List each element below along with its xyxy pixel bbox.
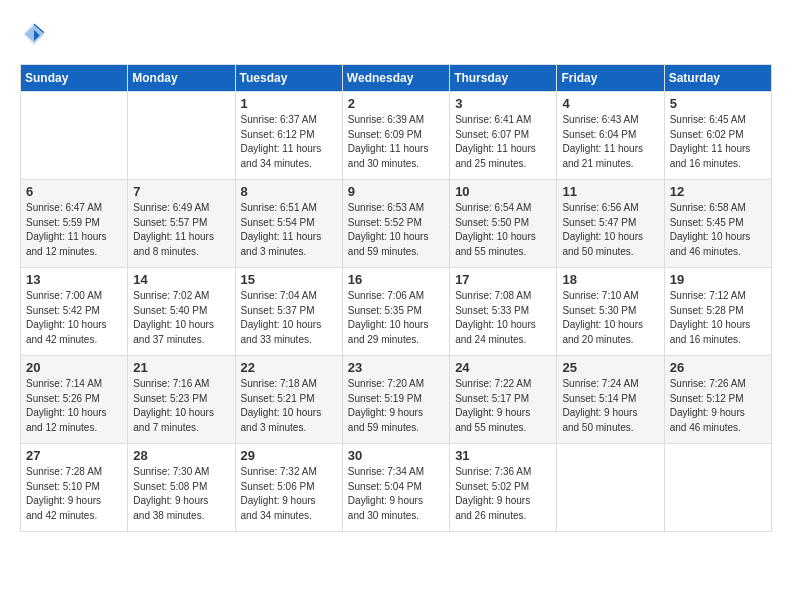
day-number: 23 xyxy=(348,360,444,375)
calendar-cell: 28Sunrise: 7:30 AM Sunset: 5:08 PM Dayli… xyxy=(128,444,235,532)
cell-content: Sunrise: 7:22 AM Sunset: 5:17 PM Dayligh… xyxy=(455,377,551,435)
day-number: 8 xyxy=(241,184,337,199)
cell-content: Sunrise: 7:36 AM Sunset: 5:02 PM Dayligh… xyxy=(455,465,551,523)
cell-content: Sunrise: 7:02 AM Sunset: 5:40 PM Dayligh… xyxy=(133,289,229,347)
cell-content: Sunrise: 6:58 AM Sunset: 5:45 PM Dayligh… xyxy=(670,201,766,259)
cell-content: Sunrise: 6:39 AM Sunset: 6:09 PM Dayligh… xyxy=(348,113,444,171)
logo-icon xyxy=(20,20,48,48)
day-number: 7 xyxy=(133,184,229,199)
page-header xyxy=(20,20,772,48)
cell-content: Sunrise: 7:28 AM Sunset: 5:10 PM Dayligh… xyxy=(26,465,122,523)
calendar-cell: 9Sunrise: 6:53 AM Sunset: 5:52 PM Daylig… xyxy=(342,180,449,268)
day-number: 5 xyxy=(670,96,766,111)
calendar-cell: 4Sunrise: 6:43 AM Sunset: 6:04 PM Daylig… xyxy=(557,92,664,180)
cell-content: Sunrise: 7:26 AM Sunset: 5:12 PM Dayligh… xyxy=(670,377,766,435)
header-day-friday: Friday xyxy=(557,65,664,92)
day-number: 9 xyxy=(348,184,444,199)
day-number: 26 xyxy=(670,360,766,375)
day-number: 17 xyxy=(455,272,551,287)
cell-content: Sunrise: 6:45 AM Sunset: 6:02 PM Dayligh… xyxy=(670,113,766,171)
calendar-cell: 24Sunrise: 7:22 AM Sunset: 5:17 PM Dayli… xyxy=(450,356,557,444)
day-number: 21 xyxy=(133,360,229,375)
cell-content: Sunrise: 7:16 AM Sunset: 5:23 PM Dayligh… xyxy=(133,377,229,435)
cell-content: Sunrise: 7:14 AM Sunset: 5:26 PM Dayligh… xyxy=(26,377,122,435)
calendar-cell: 15Sunrise: 7:04 AM Sunset: 5:37 PM Dayli… xyxy=(235,268,342,356)
week-row-1: 1Sunrise: 6:37 AM Sunset: 6:12 PM Daylig… xyxy=(21,92,772,180)
calendar-cell: 29Sunrise: 7:32 AM Sunset: 5:06 PM Dayli… xyxy=(235,444,342,532)
cell-content: Sunrise: 6:51 AM Sunset: 5:54 PM Dayligh… xyxy=(241,201,337,259)
calendar-cell: 3Sunrise: 6:41 AM Sunset: 6:07 PM Daylig… xyxy=(450,92,557,180)
day-number: 15 xyxy=(241,272,337,287)
cell-content: Sunrise: 7:34 AM Sunset: 5:04 PM Dayligh… xyxy=(348,465,444,523)
calendar-cell xyxy=(21,92,128,180)
cell-content: Sunrise: 6:41 AM Sunset: 6:07 PM Dayligh… xyxy=(455,113,551,171)
calendar-cell: 23Sunrise: 7:20 AM Sunset: 5:19 PM Dayli… xyxy=(342,356,449,444)
calendar-cell: 30Sunrise: 7:34 AM Sunset: 5:04 PM Dayli… xyxy=(342,444,449,532)
day-number: 6 xyxy=(26,184,122,199)
calendar-cell xyxy=(664,444,771,532)
cell-content: Sunrise: 7:00 AM Sunset: 5:42 PM Dayligh… xyxy=(26,289,122,347)
cell-content: Sunrise: 6:54 AM Sunset: 5:50 PM Dayligh… xyxy=(455,201,551,259)
calendar-cell: 11Sunrise: 6:56 AM Sunset: 5:47 PM Dayli… xyxy=(557,180,664,268)
day-number: 29 xyxy=(241,448,337,463)
day-number: 13 xyxy=(26,272,122,287)
header-day-monday: Monday xyxy=(128,65,235,92)
day-number: 10 xyxy=(455,184,551,199)
calendar-cell xyxy=(128,92,235,180)
day-number: 25 xyxy=(562,360,658,375)
day-number: 30 xyxy=(348,448,444,463)
calendar-cell: 20Sunrise: 7:14 AM Sunset: 5:26 PM Dayli… xyxy=(21,356,128,444)
calendar-cell: 22Sunrise: 7:18 AM Sunset: 5:21 PM Dayli… xyxy=(235,356,342,444)
day-number: 11 xyxy=(562,184,658,199)
calendar-cell: 27Sunrise: 7:28 AM Sunset: 5:10 PM Dayli… xyxy=(21,444,128,532)
calendar-cell: 2Sunrise: 6:39 AM Sunset: 6:09 PM Daylig… xyxy=(342,92,449,180)
calendar-cell: 31Sunrise: 7:36 AM Sunset: 5:02 PM Dayli… xyxy=(450,444,557,532)
calendar-cell: 19Sunrise: 7:12 AM Sunset: 5:28 PM Dayli… xyxy=(664,268,771,356)
day-number: 12 xyxy=(670,184,766,199)
week-row-4: 20Sunrise: 7:14 AM Sunset: 5:26 PM Dayli… xyxy=(21,356,772,444)
day-number: 4 xyxy=(562,96,658,111)
cell-content: Sunrise: 7:08 AM Sunset: 5:33 PM Dayligh… xyxy=(455,289,551,347)
calendar-cell: 10Sunrise: 6:54 AM Sunset: 5:50 PM Dayli… xyxy=(450,180,557,268)
calendar-cell: 26Sunrise: 7:26 AM Sunset: 5:12 PM Dayli… xyxy=(664,356,771,444)
calendar-cell: 25Sunrise: 7:24 AM Sunset: 5:14 PM Dayli… xyxy=(557,356,664,444)
cell-content: Sunrise: 7:20 AM Sunset: 5:19 PM Dayligh… xyxy=(348,377,444,435)
cell-content: Sunrise: 6:47 AM Sunset: 5:59 PM Dayligh… xyxy=(26,201,122,259)
cell-content: Sunrise: 6:43 AM Sunset: 6:04 PM Dayligh… xyxy=(562,113,658,171)
cell-content: Sunrise: 6:37 AM Sunset: 6:12 PM Dayligh… xyxy=(241,113,337,171)
cell-content: Sunrise: 7:32 AM Sunset: 5:06 PM Dayligh… xyxy=(241,465,337,523)
calendar-cell: 17Sunrise: 7:08 AM Sunset: 5:33 PM Dayli… xyxy=(450,268,557,356)
day-number: 31 xyxy=(455,448,551,463)
header-row: SundayMondayTuesdayWednesdayThursdayFrid… xyxy=(21,65,772,92)
header-day-sunday: Sunday xyxy=(21,65,128,92)
cell-content: Sunrise: 6:49 AM Sunset: 5:57 PM Dayligh… xyxy=(133,201,229,259)
calendar-cell: 18Sunrise: 7:10 AM Sunset: 5:30 PM Dayli… xyxy=(557,268,664,356)
cell-content: Sunrise: 7:18 AM Sunset: 5:21 PM Dayligh… xyxy=(241,377,337,435)
calendar-cell: 8Sunrise: 6:51 AM Sunset: 5:54 PM Daylig… xyxy=(235,180,342,268)
logo xyxy=(20,20,52,48)
day-number: 22 xyxy=(241,360,337,375)
day-number: 1 xyxy=(241,96,337,111)
calendar-cell: 7Sunrise: 6:49 AM Sunset: 5:57 PM Daylig… xyxy=(128,180,235,268)
calendar-cell xyxy=(557,444,664,532)
day-number: 20 xyxy=(26,360,122,375)
calendar-cell: 16Sunrise: 7:06 AM Sunset: 5:35 PM Dayli… xyxy=(342,268,449,356)
cell-content: Sunrise: 7:30 AM Sunset: 5:08 PM Dayligh… xyxy=(133,465,229,523)
day-number: 27 xyxy=(26,448,122,463)
day-number: 28 xyxy=(133,448,229,463)
cell-content: Sunrise: 6:53 AM Sunset: 5:52 PM Dayligh… xyxy=(348,201,444,259)
calendar-cell: 1Sunrise: 6:37 AM Sunset: 6:12 PM Daylig… xyxy=(235,92,342,180)
cell-content: Sunrise: 7:24 AM Sunset: 5:14 PM Dayligh… xyxy=(562,377,658,435)
calendar-cell: 14Sunrise: 7:02 AM Sunset: 5:40 PM Dayli… xyxy=(128,268,235,356)
cell-content: Sunrise: 7:10 AM Sunset: 5:30 PM Dayligh… xyxy=(562,289,658,347)
cell-content: Sunrise: 7:12 AM Sunset: 5:28 PM Dayligh… xyxy=(670,289,766,347)
cell-content: Sunrise: 7:06 AM Sunset: 5:35 PM Dayligh… xyxy=(348,289,444,347)
day-number: 3 xyxy=(455,96,551,111)
header-day-saturday: Saturday xyxy=(664,65,771,92)
calendar-cell: 12Sunrise: 6:58 AM Sunset: 5:45 PM Dayli… xyxy=(664,180,771,268)
day-number: 16 xyxy=(348,272,444,287)
header-day-wednesday: Wednesday xyxy=(342,65,449,92)
header-day-thursday: Thursday xyxy=(450,65,557,92)
week-row-5: 27Sunrise: 7:28 AM Sunset: 5:10 PM Dayli… xyxy=(21,444,772,532)
week-row-2: 6Sunrise: 6:47 AM Sunset: 5:59 PM Daylig… xyxy=(21,180,772,268)
